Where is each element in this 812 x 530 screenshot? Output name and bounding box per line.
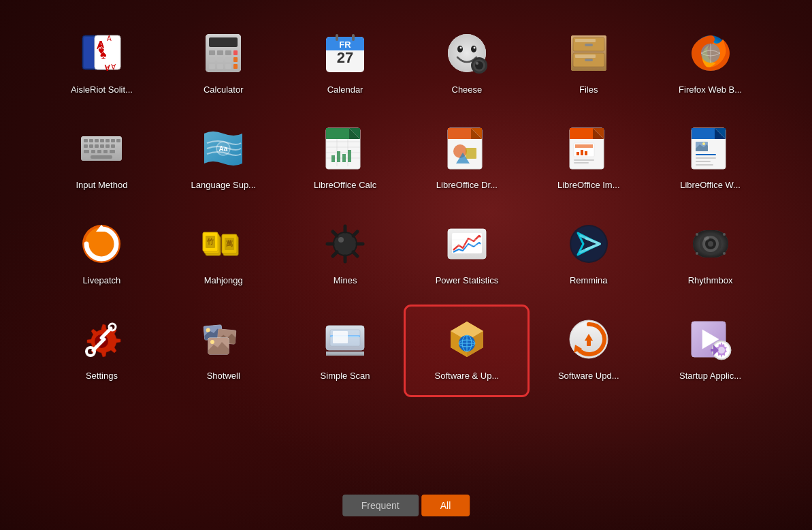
mines-label: Mines [334, 275, 357, 287]
settings-label: Settings [86, 371, 118, 382]
app-settings[interactable]: Settings [41, 307, 163, 395]
app-calendar[interactable]: FR 27 Calendar [285, 20, 406, 109]
libreoffice-impress-label: LibreOffice Im... [557, 180, 620, 191]
app-libreoffice-calc[interactable]: LibreOffice Calc [285, 116, 406, 204]
svg-point-38 [473, 47, 475, 49]
app-software-center[interactable]: Software & Up... [406, 307, 527, 395]
svg-point-149 [571, 226, 606, 262]
svg-rect-118 [696, 161, 711, 162]
app-mahjongg[interactable]: 竹 萬 Mahjongg [163, 211, 285, 300]
svg-rect-21 [233, 57, 238, 62]
svg-rect-106 [581, 150, 583, 155]
app-files[interactable]: Files [527, 20, 649, 109]
rhythmbox-label: Rhythmbox [688, 275, 733, 287]
svg-line-140 [353, 232, 357, 236]
mahjongg-label: Mahjongg [204, 275, 243, 287]
calendar-label: Calendar [327, 84, 363, 96]
svg-text:竹: 竹 [206, 238, 214, 245]
app-input-method[interactable]: Input Method [41, 116, 163, 204]
svg-rect-197 [711, 349, 713, 352]
app-shotwell[interactable]: Shotwell [163, 307, 285, 395]
svg-text:Aa: Aa [219, 145, 228, 153]
app-mines[interactable]: Mines [285, 211, 406, 300]
svg-point-160 [723, 252, 726, 255]
svg-rect-108 [574, 159, 594, 161]
svg-text:萬: 萬 [226, 240, 233, 247]
app-aisleriot[interactable]: A A ♥ A A A A ♠ AisleRiot Solit... [41, 20, 163, 109]
svg-point-162 [86, 347, 95, 356]
svg-text:27: 27 [337, 49, 353, 66]
libreoffice-impress-icon [564, 124, 613, 173]
svg-rect-25 [233, 64, 238, 69]
svg-rect-65 [95, 144, 99, 148]
svg-rect-177 [333, 331, 348, 343]
svg-rect-189 [587, 341, 591, 346]
simple-scan-icon [321, 315, 370, 364]
app-language-support[interactable]: Aa Language Sup... [163, 116, 285, 204]
startup-applications-label: Startup Applic... [679, 371, 741, 382]
svg-rect-107 [585, 151, 587, 155]
libreoffice-calc-label: LibreOffice Calc [314, 180, 376, 191]
calculator-label: Calculator [204, 84, 244, 96]
svg-point-155 [708, 241, 713, 247]
app-libreoffice-writer[interactable]: LibreOffice W... [649, 116, 771, 204]
app-power-statistics[interactable]: Power Statistics [406, 211, 527, 300]
app-grid: A A ♥ A A A A ♠ AisleRiot Solit... [0, 0, 812, 409]
svg-text:A: A [111, 63, 116, 70]
livepatch-icon [77, 219, 126, 268]
app-libreoffice-draw[interactable]: LibreOffice Dr... [406, 116, 527, 204]
software-updater-icon [564, 315, 613, 364]
svg-rect-73 [110, 150, 115, 153]
app-libreoffice-impress[interactable]: LibreOffice Im... [527, 116, 649, 204]
files-label: Files [579, 84, 598, 96]
tab-all[interactable]: All [421, 495, 470, 516]
svg-rect-91 [348, 150, 351, 162]
app-simple-scan[interactable]: Simple Scan [285, 307, 406, 395]
app-software-updater[interactable]: Software Upd... [527, 307, 649, 395]
app-cheese[interactable]: Cheese [406, 20, 527, 109]
svg-rect-70 [91, 150, 95, 153]
app-rhythmbox[interactable]: Rhythmbox [649, 211, 771, 300]
svg-rect-13 [209, 37, 238, 47]
svg-point-195 [718, 347, 725, 354]
svg-rect-179 [326, 352, 364, 354]
libreoffice-draw-label: LibreOffice Dr... [436, 180, 498, 191]
app-livepatch[interactable]: Livepatch [41, 211, 163, 300]
svg-line-141 [333, 252, 337, 256]
svg-point-159 [696, 252, 698, 255]
svg-rect-62 [116, 139, 120, 142]
svg-rect-47 [585, 44, 593, 46]
svg-point-158 [723, 233, 726, 236]
app-firefox[interactable]: Firefox Web B... [649, 20, 771, 109]
svg-point-171 [210, 340, 214, 344]
svg-rect-89 [337, 151, 340, 162]
shotwell-label: Shotwell [207, 371, 240, 382]
svg-rect-60 [105, 139, 110, 142]
svg-rect-72 [103, 150, 108, 153]
svg-point-42 [476, 62, 478, 65]
svg-text:♠: ♠ [100, 48, 107, 61]
svg-rect-49 [575, 39, 596, 42]
svg-point-157 [696, 233, 698, 236]
software-updater-label: Software Upd... [558, 371, 619, 382]
svg-point-115 [702, 142, 705, 145]
svg-rect-109 [574, 162, 589, 163]
svg-point-163 [109, 324, 116, 330]
settings-icon [77, 315, 126, 364]
language-support-icon: Aa [199, 124, 248, 173]
app-startup-applications[interactable]: Startup Applic... [649, 307, 771, 395]
aisleriot-icon: A A ♥ A A A A ♠ [77, 29, 126, 78]
app-calculator[interactable]: Calculator [163, 20, 285, 109]
tab-frequent[interactable]: Frequent [342, 495, 419, 516]
svg-rect-104 [575, 144, 593, 148]
svg-rect-112 [692, 128, 715, 139]
svg-rect-64 [89, 144, 93, 148]
app-remmina[interactable]: Remmina [527, 211, 649, 300]
files-icon [564, 29, 613, 78]
svg-rect-31 [336, 34, 338, 41]
svg-rect-74 [91, 155, 112, 159]
input-method-label: Input Method [76, 180, 127, 191]
svg-rect-59 [100, 139, 104, 142]
svg-rect-58 [95, 139, 99, 142]
svg-rect-23 [217, 64, 223, 69]
